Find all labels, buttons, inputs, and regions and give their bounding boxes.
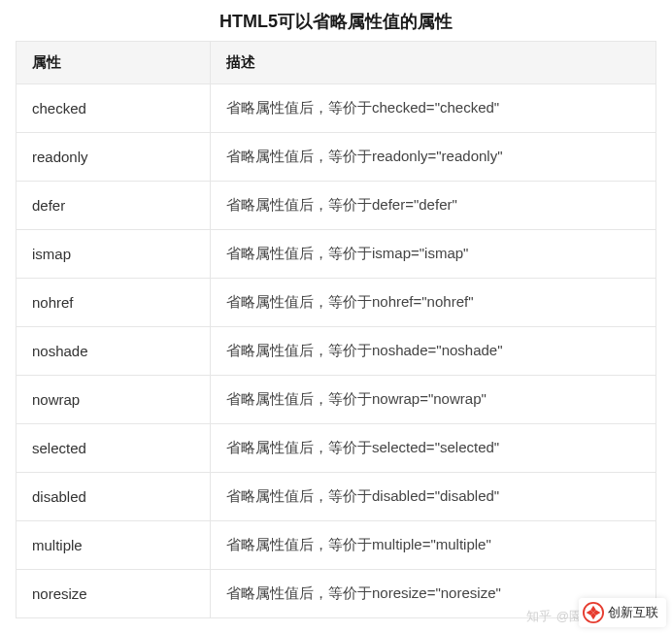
cell-attribute: nohref	[17, 279, 211, 327]
brand-badge: 创新互联	[579, 598, 666, 627]
table-row: noresize 省略属性值后，等价于noresize="noresize"	[17, 570, 656, 618]
cell-description: 省略属性值后，等价于checked="checked"	[211, 84, 656, 133]
cell-description: 省略属性值后，等价于selected="selected"	[211, 424, 656, 473]
attributes-table: 属性 描述 checked 省略属性值后，等价于checked="checked…	[16, 41, 656, 618]
table-header-row: 属性 描述	[17, 42, 656, 84]
cell-description: 省略属性值后，等价于readonly="readonly"	[211, 133, 656, 182]
table-row: nohref 省略属性值后，等价于nohref="nohref"	[17, 279, 656, 327]
table-row: noshade 省略属性值后，等价于noshade="noshade"	[17, 327, 656, 376]
cell-description: 省略属性值后，等价于noshade="noshade"	[211, 327, 656, 376]
cell-description: 省略属性值后，等价于nohref="nohref"	[211, 279, 656, 327]
page-title: HTML5可以省略属性值的属性	[0, 0, 672, 41]
table-row: multiple 省略属性值后，等价于multiple="multiple"	[17, 521, 656, 570]
table-row: checked 省略属性值后，等价于checked="checked"	[17, 84, 656, 133]
cell-attribute: noresize	[17, 570, 211, 618]
column-header-attribute: 属性	[17, 42, 211, 84]
cell-attribute: disabled	[17, 473, 211, 521]
cell-description: 省略属性值后，等价于ismap="ismap"	[211, 230, 656, 279]
cell-description: 省略属性值后，等价于defer="defer"	[211, 182, 656, 230]
cell-description: 省略属性值后，等价于nowrap="nowrap"	[211, 376, 656, 424]
cell-attribute: selected	[17, 424, 211, 473]
table-row: disabled 省略属性值后，等价于disabled="disabled"	[17, 473, 656, 521]
brand-logo-icon	[583, 602, 604, 623]
table-row: readonly 省略属性值后，等价于readonly="readonly"	[17, 133, 656, 182]
cell-description: 省略属性值后，等价于multiple="multiple"	[211, 521, 656, 570]
column-header-description: 描述	[211, 42, 656, 84]
cell-attribute: checked	[17, 84, 211, 133]
cell-attribute: readonly	[17, 133, 211, 182]
cell-description: 省略属性值后，等价于disabled="disabled"	[211, 473, 656, 521]
table-row: defer 省略属性值后，等价于defer="defer"	[17, 182, 656, 230]
cell-attribute: defer	[17, 182, 211, 230]
cell-attribute: multiple	[17, 521, 211, 570]
table-row: nowrap 省略属性值后，等价于nowrap="nowrap"	[17, 376, 656, 424]
brand-text: 创新互联	[608, 604, 658, 621]
cell-attribute: noshade	[17, 327, 211, 376]
table-container: 属性 描述 checked 省略属性值后，等价于checked="checked…	[0, 41, 672, 618]
table-row: selected 省略属性值后，等价于selected="selected"	[17, 424, 656, 473]
cell-attribute: ismap	[17, 230, 211, 279]
table-row: ismap 省略属性值后，等价于ismap="ismap"	[17, 230, 656, 279]
cell-attribute: nowrap	[17, 376, 211, 424]
